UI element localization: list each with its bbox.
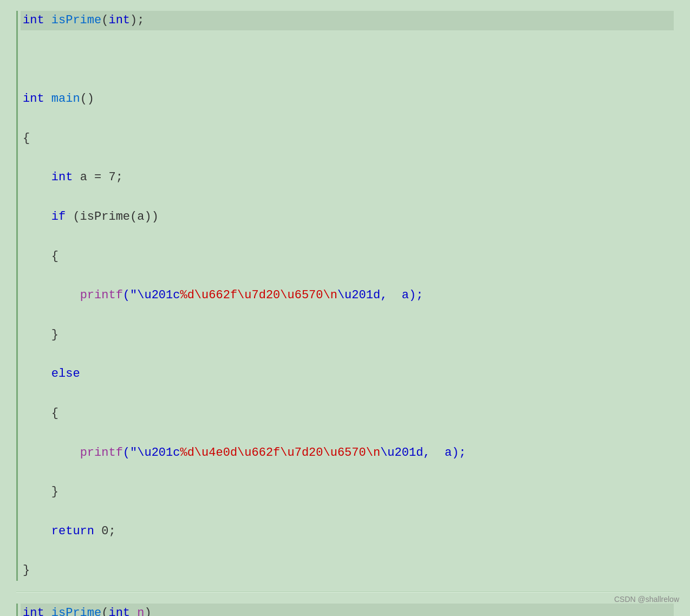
str-quote-close-2: \u201d, a); xyxy=(380,446,466,460)
line-isprime-decl: int isPrime(int n) xyxy=(21,604,674,616)
line-close-brace-else: } xyxy=(21,482,674,502)
line-1: int isPrime(int); xyxy=(21,11,674,30)
str-quote-open-2: ("\u201c xyxy=(123,446,180,460)
cond-isprime: (isPrime(a)) xyxy=(73,210,158,224)
line-brace-else: { xyxy=(21,404,674,423)
watermark: CSDN @shallrelow xyxy=(614,593,679,605)
keyword-int-isprime: int xyxy=(23,606,51,616)
close-brace-if: } xyxy=(51,328,58,342)
code-block-2: int isPrime(int n) { for (int i = 2; i *… xyxy=(16,604,674,616)
keyword-if-1: if xyxy=(51,210,73,224)
line-int-a: int a = 7; xyxy=(21,168,674,187)
fn-isprime-2: isPrime xyxy=(51,606,101,616)
punct-2: ); xyxy=(130,14,144,27)
line-return-0: return 0; xyxy=(21,522,674,541)
str-quote-open-1: ("\u201c xyxy=(123,289,180,302)
keyword-int-main: int xyxy=(23,92,51,106)
str-content-1: %d\u662f\u7d20\u6570\n xyxy=(180,289,337,302)
fn-isprime-1: isPrime xyxy=(51,14,101,27)
line-printf-prime: printf("\u201c%d\u662f\u7d20\u6570\n\u20… xyxy=(21,286,674,305)
line-close-brace-main: } xyxy=(21,561,674,580)
punct-isprime-close: ) xyxy=(144,606,151,616)
open-brace-1: { xyxy=(23,132,30,145)
str-quote-close-1: \u201d, a); xyxy=(337,289,423,302)
punct-1: ( xyxy=(101,14,108,27)
var-a: a = 7; xyxy=(80,171,123,184)
code-container: int isPrime(int); int main() { int a = 7… xyxy=(0,0,690,616)
line-if-isprime: if (isPrime(a)) xyxy=(21,207,674,227)
keyword-else: else xyxy=(51,367,80,381)
keyword-int-n: int xyxy=(108,606,137,616)
keyword-int-1: int xyxy=(23,14,51,27)
keyword-return-0: return xyxy=(51,525,101,538)
param-n: n xyxy=(137,606,144,616)
close-brace-else: } xyxy=(51,485,58,499)
close-brace-main: } xyxy=(23,563,30,577)
line-blank-1 xyxy=(21,50,674,70)
punct-main-parens: () xyxy=(80,92,94,106)
open-brace-else: { xyxy=(51,407,58,420)
fn-main: main xyxy=(51,92,80,106)
line-close-brace-if: } xyxy=(21,325,674,345)
code-block-1-pre: int isPrime(int); int main() { int a = 7… xyxy=(21,11,674,581)
open-brace-if: { xyxy=(51,250,58,263)
code-separator xyxy=(16,592,674,593)
line-main: int main() xyxy=(21,89,674,109)
str-content-2: %d\u4e0d\u662f\u7d20\u6570\n xyxy=(180,446,380,460)
line-printf-notprime: printf("\u201c%d\u4e0d\u662f\u7d20\u6570… xyxy=(21,443,674,463)
fn-printf-1: printf xyxy=(80,289,123,302)
fn-printf-2: printf xyxy=(80,446,123,460)
keyword-int-param: int xyxy=(108,14,130,27)
code-block-2-pre: int isPrime(int n) { for (int i = 2; i *… xyxy=(21,604,674,616)
punct-isprime-open: ( xyxy=(101,606,108,616)
line-brace-if: { xyxy=(21,247,674,266)
code-block-1: int isPrime(int); int main() { int a = 7… xyxy=(16,11,674,581)
line-else: else xyxy=(21,364,674,384)
val-0-main: 0; xyxy=(101,525,115,538)
line-open-brace-1: { xyxy=(21,129,674,148)
keyword-int-a: int xyxy=(51,171,80,184)
